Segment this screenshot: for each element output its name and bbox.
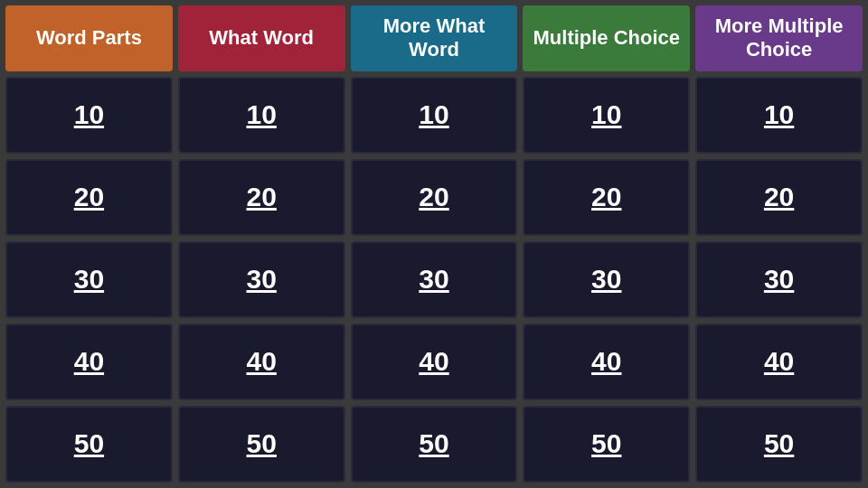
cell-more-multiple-choice-30[interactable]: 30 [695, 241, 863, 318]
cell-what-word-10[interactable]: 10 [178, 77, 345, 154]
cell-multiple-choice-20[interactable]: 20 [523, 159, 690, 236]
cell-more-multiple-choice-40[interactable]: 40 [695, 324, 863, 400]
cell-multiple-choice-10[interactable]: 10 [523, 77, 690, 154]
cell-more-what-word-30[interactable]: 30 [351, 241, 518, 318]
cell-what-word-20[interactable]: 20 [178, 159, 345, 236]
cell-multiple-choice-30[interactable]: 30 [523, 241, 690, 318]
cell-more-what-word-50[interactable]: 50 [351, 406, 518, 483]
cell-what-word-50[interactable]: 50 [178, 406, 345, 483]
game-board: Word Parts What Word More What Word Mult… [0, 0, 868, 488]
cell-word-parts-40[interactable]: 40 [5, 324, 173, 400]
category-header-more-what-word: More What Word [351, 5, 518, 71]
cell-word-parts-10[interactable]: 10 [5, 77, 173, 154]
category-header-multiple-choice: Multiple Choice [523, 5, 690, 71]
cell-more-what-word-40[interactable]: 40 [351, 324, 518, 400]
cell-more-what-word-20[interactable]: 20 [351, 159, 518, 236]
cell-multiple-choice-40[interactable]: 40 [523, 324, 690, 400]
cell-more-multiple-choice-10[interactable]: 10 [695, 77, 863, 154]
cell-word-parts-50[interactable]: 50 [5, 406, 173, 483]
cell-what-word-30[interactable]: 30 [178, 241, 345, 318]
cell-more-multiple-choice-50[interactable]: 50 [695, 406, 863, 483]
cell-word-parts-30[interactable]: 30 [5, 241, 173, 318]
cell-multiple-choice-50[interactable]: 50 [523, 406, 690, 483]
cell-what-word-40[interactable]: 40 [178, 324, 345, 400]
category-header-word-parts: Word Parts [5, 5, 173, 71]
category-header-more-multiple-choice: More Multiple Choice [695, 5, 863, 71]
category-header-what-word: What Word [178, 5, 345, 71]
cell-more-what-word-10[interactable]: 10 [351, 77, 518, 154]
cell-word-parts-20[interactable]: 20 [5, 159, 173, 236]
cell-more-multiple-choice-20[interactable]: 20 [695, 159, 863, 236]
